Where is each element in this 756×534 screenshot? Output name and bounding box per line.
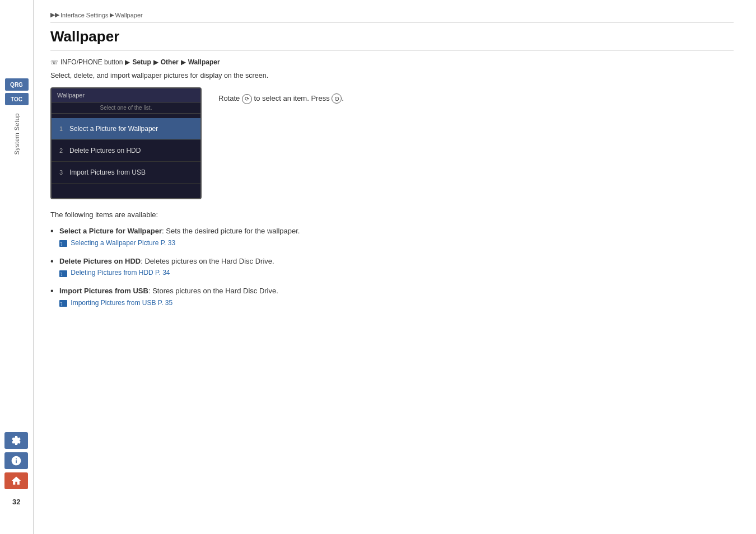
menu-items-container: 1 Select a Picture for Wallpaper 2 Delet…: [52, 114, 200, 188]
bullet-list: Select a Picture for Wallpaper: Sets the…: [50, 226, 734, 308]
qrg-button[interactable]: QRG: [5, 78, 29, 91]
menu-item-2: 2 Delete Pictures on HDD: [52, 140, 200, 162]
items-header: The following items are available:: [50, 210, 734, 219]
section-label: System Setup: [13, 113, 20, 154]
item-desc-1: : Sets the desired picture for the wallp…: [162, 227, 300, 235]
info-icon: [11, 455, 22, 466]
nav-arrow-1: ▶: [125, 58, 130, 66]
nav-arrow-2: ▶: [153, 58, 158, 66]
menu-item-number-2: 2: [59, 147, 66, 154]
nav-setup: Setup: [132, 58, 151, 66]
knob-press-icon: ⊙: [332, 93, 342, 104]
home-icon-button[interactable]: [4, 472, 28, 489]
list-item-3: Import Pictures from USB: Stores picture…: [50, 285, 734, 308]
page-number: 32: [12, 498, 20, 506]
settings-icon: [11, 435, 22, 446]
settings-icon-button[interactable]: [4, 432, 28, 449]
link-icon-1: ⤵: [59, 240, 67, 246]
menu-item-1: 1 Select a Picture for Wallpaper: [52, 118, 200, 140]
link-text-2: Deleting Pictures from HDD: [71, 269, 153, 277]
link-text-1: Selecting a Wallpaper Picture: [71, 239, 158, 247]
page-title: Wallpaper: [50, 28, 734, 50]
breadcrumb: ▶▶ Interface Settings ▶ Wallpaper: [50, 11, 734, 22]
bottom-icons: [4, 432, 28, 489]
rotate-hint: Rotate ⟳ to select an item. Press ⊙.: [218, 87, 344, 105]
link-deleting-hdd[interactable]: ⤵ Deleting Pictures from HDD P. 34: [59, 268, 734, 278]
nav-wallpaper: Wallpaper: [188, 58, 220, 66]
nav-other: Other: [161, 58, 179, 66]
breadcrumb-wallpaper: Wallpaper: [115, 12, 143, 18]
nav-path: ☏ INFO/PHONE button ▶ Setup ▶ Other ▶ Wa…: [50, 58, 734, 66]
list-item-2: Delete Pictures on HDD: Deletes pictures…: [50, 256, 734, 278]
link-page-2: P. 34: [155, 269, 170, 277]
link-icon-3: ⤵: [59, 299, 67, 306]
link-selecting-wallpaper[interactable]: ⤵ Selecting a Wallpaper Picture P. 33: [59, 238, 734, 248]
breadcrumb-interface: Interface Settings: [60, 12, 109, 18]
description: Select, delete, and import wallpaper pic…: [50, 72, 734, 79]
menu-subtitle: Select one of the list.: [52, 102, 200, 114]
link-icon-2: ⤵: [59, 270, 67, 277]
link-page-1: P. 33: [161, 239, 175, 247]
link-importing-usb[interactable]: ⤵ Importing Pictures from USB P. 35: [59, 298, 734, 308]
item-name-3: Import Pictures from USB: [59, 287, 148, 295]
item-desc-3: : Stores pictures on the Hard Disc Drive…: [148, 287, 278, 295]
menu-screenshot: Wallpaper Select one of the list. 1 Sele…: [50, 87, 202, 199]
list-item-1: Select a Picture for Wallpaper: Sets the…: [50, 226, 734, 248]
main-content: ▶▶ Interface Settings ▶ Wallpaper Wallpa…: [34, 0, 756, 534]
breadcrumb-arrows: ▶▶: [50, 11, 59, 18]
nav-info-phone: INFO/PHONE button: [60, 58, 123, 66]
menu-item-label-2: Delete Pictures on HDD: [69, 147, 141, 154]
link-text-3: Importing Pictures from USB: [71, 299, 156, 307]
nav-arrow-3: ▶: [181, 58, 186, 66]
breadcrumb-arrow-1: ▶: [110, 12, 114, 18]
svg-text:⤵: ⤵: [60, 302, 63, 306]
menu-item-3: 3 Import Pictures from USB: [52, 162, 200, 184]
info-icon-button[interactable]: [4, 452, 28, 469]
menu-item-label-3: Import Pictures from USB: [69, 168, 146, 176]
link-page-3: P. 35: [158, 299, 172, 307]
home-icon: [11, 475, 22, 486]
item-name-2: Delete Pictures on HDD: [59, 257, 141, 265]
phone-icon: ☏: [50, 59, 58, 66]
content-area: Wallpaper Select one of the list. 1 Sele…: [50, 87, 734, 199]
menu-title-bar: Wallpaper: [52, 88, 200, 102]
toc-button[interactable]: TOC: [5, 93, 29, 105]
item-desc-2: : Deletes pictures on the Hard Disc Driv…: [141, 257, 274, 265]
knob-rotate-icon: ⟳: [242, 94, 252, 104]
svg-text:⤵: ⤵: [60, 242, 63, 246]
item-name-1: Select a Picture for Wallpaper: [59, 227, 162, 235]
svg-text:⤵: ⤵: [60, 272, 63, 276]
menu-item-number-3: 3: [59, 169, 66, 176]
menu-item-label-1: Select a Picture for Wallpaper: [69, 125, 158, 133]
menu-item-number-1: 1: [59, 125, 66, 132]
